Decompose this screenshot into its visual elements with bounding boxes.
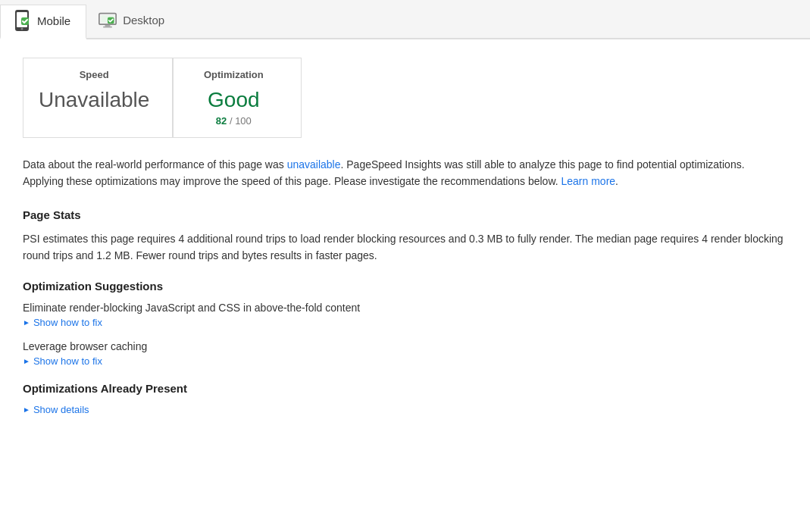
- optimization-label: Optimization: [189, 69, 278, 80]
- suggestion-title-2: Leverage browser caching: [23, 340, 787, 352]
- show-how-to-fix-label-1: Show how to fix: [33, 317, 102, 328]
- svg-point-2: [21, 28, 23, 30]
- optimization-score-max: 100: [235, 115, 252, 127]
- show-details-link[interactable]: ► Show details: [23, 404, 787, 415]
- learn-more-link[interactable]: Learn more: [561, 175, 616, 187]
- suggestion-item-1: Eliminate render-blocking JavaScript and…: [23, 302, 787, 328]
- optimization-suggestions-heading: Optimization Suggestions: [23, 280, 787, 293]
- show-details-label: Show details: [33, 404, 89, 415]
- score-boxes: Speed Unavailable Optimization Good 82 /…: [23, 58, 787, 138]
- page-stats-heading: Page Stats: [23, 208, 787, 221]
- tab-mobile-label: Mobile: [37, 14, 70, 27]
- arrow-icon-3: ►: [23, 405, 30, 414]
- tab-desktop[interactable]: Desktop: [86, 5, 180, 39]
- speed-box: Speed Unavailable: [23, 58, 173, 138]
- optimization-score-num: 82: [216, 115, 227, 127]
- optimization-score: 82 / 100: [189, 115, 278, 127]
- unavailable-link[interactable]: unavailable: [287, 158, 341, 171]
- optimization-box: Optimization Good 82 / 100: [173, 58, 302, 138]
- tab-desktop-label: Desktop: [123, 14, 164, 27]
- svg-rect-7: [103, 26, 112, 27]
- desktop-icon: [99, 11, 117, 30]
- description-before-link: Data about the real-world performance of…: [23, 158, 287, 171]
- show-how-to-fix-link-1[interactable]: ► Show how to fix: [23, 317, 787, 328]
- arrow-icon-2: ►: [23, 357, 30, 365]
- tab-mobile[interactable]: Mobile: [0, 5, 86, 39]
- optimization-value: Good: [189, 88, 278, 112]
- optimizations-present-heading: Optimizations Already Present: [23, 382, 787, 395]
- show-how-to-fix-label-2: Show how to fix: [33, 355, 102, 367]
- description-text: Data about the real-world performance of…: [23, 156, 787, 190]
- tab-bar: Mobile Desktop: [0, 0, 810, 39]
- main-content: Speed Unavailable Optimization Good 82 /…: [0, 39, 810, 433]
- suggestion-title-1: Eliminate render-blocking JavaScript and…: [23, 302, 787, 314]
- show-how-to-fix-link-2[interactable]: ► Show how to fix: [23, 355, 787, 367]
- speed-label: Speed: [39, 69, 149, 80]
- description-period: .: [615, 175, 618, 187]
- mobile-icon: [13, 11, 31, 30]
- page-stats-text: PSI estimates this page requires 4 addit…: [23, 230, 787, 264]
- arrow-icon-1: ►: [23, 318, 30, 327]
- speed-value: Unavailable: [39, 88, 149, 112]
- suggestion-item-2: Leverage browser caching ► Show how to f…: [23, 340, 787, 367]
